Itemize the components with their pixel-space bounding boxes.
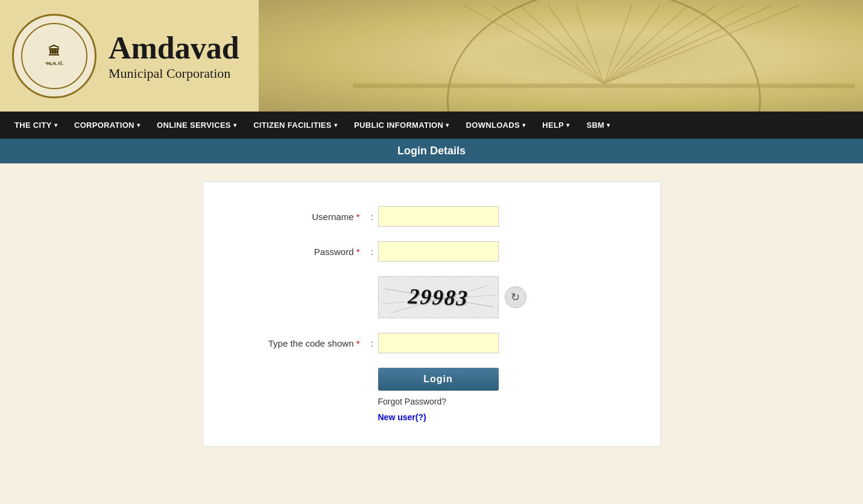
password-colon: :: [366, 247, 378, 257]
password-input[interactable]: [378, 241, 499, 262]
svg-line-8: [604, 5, 716, 84]
header-text: Amdavad Municipal Corporation: [109, 30, 239, 81]
refresh-icon: ↻: [511, 291, 520, 304]
captcha-label: Type the code shown *: [233, 338, 366, 348]
nav-item-online-services[interactable]: ONLINE SERVICES ▾: [148, 112, 245, 139]
svg-line-1: [493, 5, 604, 84]
svg-line-6: [604, 5, 660, 84]
nav-item-city[interactable]: THE CITY ▾: [6, 112, 66, 139]
bridge-decoration: [345, 0, 863, 112]
svg-line-5: [604, 5, 632, 84]
chevron-down-icon: ▾: [566, 122, 569, 128]
captcha-image-row: 29983 ↻: [378, 276, 630, 318]
username-row: Username * :: [233, 206, 630, 227]
chevron-down-icon: ▾: [446, 122, 449, 128]
captcha-input-row: Type the code shown * :: [233, 333, 630, 353]
captcha-input[interactable]: [378, 333, 499, 353]
main-navigation: THE CITY ▾ CORPORATION ▾ ONLINE SERVICES…: [0, 112, 863, 139]
login-actions: Login Forgot Password? New user(?): [378, 368, 630, 422]
username-input[interactable]: [378, 206, 499, 227]
svg-line-4: [576, 5, 604, 84]
page-title: Login Details: [397, 145, 466, 157]
username-label: Username *: [233, 212, 366, 222]
svg-line-7: [604, 5, 688, 84]
nav-item-downloads[interactable]: DOWNLOADS ▾: [458, 112, 534, 139]
org-subtitle: Municipal Corporation: [109, 66, 239, 81]
chevron-down-icon: ▾: [54, 122, 57, 128]
login-card: Username * : Password * :: [203, 181, 661, 447]
login-button[interactable]: Login: [378, 368, 499, 391]
content-area: Username * : Password * :: [0, 163, 863, 465]
svg-line-0: [464, 5, 604, 84]
captcha-value: 29983: [407, 283, 469, 310]
chevron-down-icon: ▾: [233, 122, 236, 128]
username-colon: :: [366, 212, 378, 222]
captcha-refresh-button[interactable]: ↻: [505, 286, 526, 308]
nav-item-help[interactable]: HELP ▾: [534, 112, 578, 139]
password-row: Password * :: [233, 241, 630, 262]
svg-point-13: [448, 0, 760, 112]
svg-line-11: [604, 5, 800, 84]
chevron-down-icon: ▾: [522, 122, 525, 128]
new-user-link[interactable]: New user(?): [378, 412, 630, 422]
svg-rect-12: [353, 84, 855, 88]
svg-line-10: [604, 5, 772, 84]
svg-line-9: [604, 5, 744, 84]
forgot-password-link[interactable]: Forgot Password?: [378, 397, 630, 406]
logo: 🏛 આ.મ.કૉ.: [12, 14, 96, 98]
nav-item-public-information[interactable]: PUBLIC INFORMATION ▾: [346, 112, 457, 139]
nav-item-sbm[interactable]: SBM ▾: [578, 112, 618, 139]
chevron-down-icon: ▾: [607, 122, 610, 128]
chevron-down-icon: ▾: [137, 122, 140, 128]
chevron-down-icon: ▾: [334, 122, 337, 128]
captcha-colon: :: [366, 338, 378, 348]
captcha-image: 29983: [378, 276, 499, 318]
password-label: Password *: [233, 247, 366, 257]
page-title-bar: Login Details: [0, 139, 863, 163]
svg-line-3: [548, 5, 604, 84]
header: 🏛 આ.મ.કૉ. Amdavad Municipal Corporation: [0, 0, 863, 112]
org-title: Amdavad: [109, 30, 239, 66]
svg-line-2: [520, 5, 604, 84]
nav-item-citizen-facilities[interactable]: CITIZEN FACILITIES ▾: [245, 112, 346, 139]
nav-item-corporation[interactable]: CORPORATION ▾: [66, 112, 148, 139]
